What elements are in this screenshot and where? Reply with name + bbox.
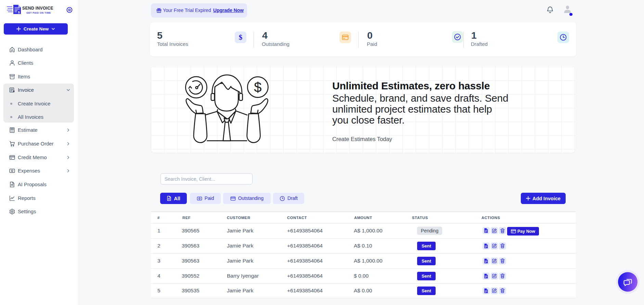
svg-text:$: $ <box>18 11 20 14</box>
svg-text:$: $ <box>254 80 261 95</box>
